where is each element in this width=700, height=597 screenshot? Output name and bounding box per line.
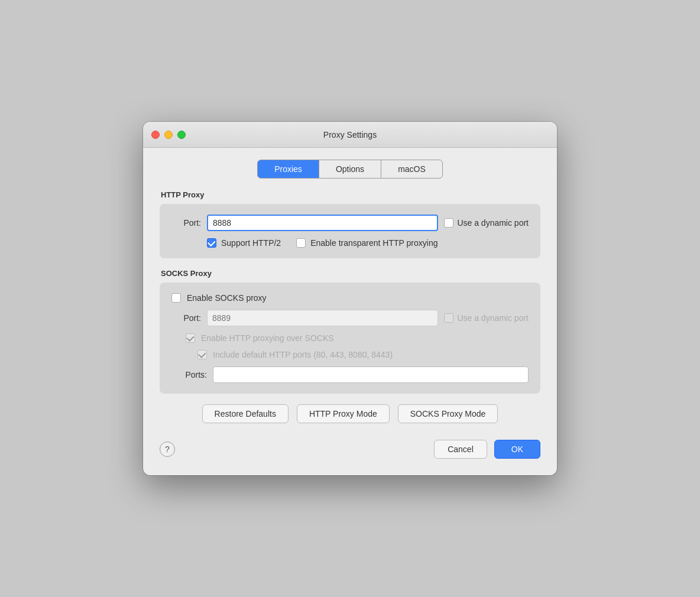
http-port-input[interactable] — [207, 215, 438, 231]
http-over-socks-label: Enable HTTP proxying over SOCKS — [201, 333, 334, 343]
support-http2-checkbox[interactable] — [207, 238, 216, 248]
window-title: Proxy Settings — [323, 130, 377, 139]
http-over-socks-checkbox[interactable] — [186, 333, 195, 343]
tab-options[interactable]: Options — [319, 160, 381, 178]
traffic-lights — [151, 131, 186, 139]
proxy-settings-window: Proxy Settings Proxies Options macOS HTT… — [143, 122, 557, 475]
tab-group: Proxies Options macOS — [257, 160, 443, 179]
http-proxy-section-label: HTTP Proxy — [160, 190, 540, 199]
socks-port-row: Port: Use a dynamic port — [171, 310, 529, 326]
minimize-button[interactable] — [164, 131, 173, 139]
include-default-ports-label: Include default HTTP ports (80, 443, 808… — [213, 350, 393, 359]
include-default-ports-row: Include default HTTP ports (80, 443, 808… — [171, 350, 529, 359]
socks-dynamic-port-container: Use a dynamic port — [444, 313, 529, 323]
socks-ports-input[interactable] — [213, 366, 529, 383]
help-button[interactable]: ? — [160, 442, 175, 457]
socks-ports-row: Ports: — [171, 366, 529, 383]
main-content: Proxies Options macOS HTTP Proxy Port: U… — [143, 148, 557, 475]
http-proxy-mode-button[interactable]: HTTP Proxy Mode — [297, 404, 390, 423]
http-proxy-section: Port: Use a dynamic port Support HTTP/2 … — [160, 204, 540, 258]
socks-proxy-section: Enable SOCKS proxy Port: Use a dynamic p… — [160, 283, 540, 394]
transparent-proxy-checkbox[interactable] — [296, 238, 306, 248]
cancel-button[interactable]: Cancel — [434, 440, 487, 459]
socks-port-label: Port: — [171, 313, 201, 323]
http-port-label: Port: — [171, 218, 201, 228]
http-port-row: Port: Use a dynamic port — [171, 215, 529, 231]
enable-socks-label: Enable SOCKS proxy — [187, 293, 267, 303]
include-default-ports-checkbox[interactable] — [197, 350, 207, 359]
transparent-proxy-label: Enable transparent HTTP proxying — [310, 238, 438, 248]
action-buttons: Restore Defaults HTTP Proxy Mode SOCKS P… — [160, 404, 540, 423]
http-checkboxes-row: Support HTTP/2 Enable transparent HTTP p… — [171, 238, 529, 248]
socks-dynamic-port-checkbox[interactable] — [444, 313, 453, 323]
socks-dynamic-port-label: Use a dynamic port — [457, 313, 529, 323]
http-dynamic-port-checkbox[interactable] — [444, 218, 453, 228]
tab-macos[interactable]: macOS — [381, 160, 442, 178]
support-http2-label: Support HTTP/2 — [221, 238, 281, 248]
close-button[interactable] — [151, 131, 160, 139]
http-dynamic-port-container: Use a dynamic port — [444, 218, 529, 228]
footer-right: Cancel OK — [434, 440, 540, 459]
maximize-button[interactable] — [177, 131, 186, 139]
transparent-proxy-row: Enable transparent HTTP proxying — [296, 238, 438, 248]
http-over-socks-row: Enable HTTP proxying over SOCKS — [171, 333, 529, 343]
footer: ? Cancel OK — [160, 435, 540, 459]
http-dynamic-port-label: Use a dynamic port — [457, 218, 529, 228]
socks-proxy-section-label: SOCKS Proxy — [160, 269, 540, 278]
titlebar: Proxy Settings — [143, 122, 557, 148]
socks-port-input[interactable] — [207, 310, 438, 326]
socks-ports-label: Ports: — [171, 370, 207, 379]
ok-button[interactable]: OK — [494, 440, 540, 459]
socks-enable-row: Enable SOCKS proxy — [171, 293, 529, 303]
tabs-container: Proxies Options macOS — [160, 160, 540, 179]
socks-proxy-mode-button[interactable]: SOCKS Proxy Mode — [398, 404, 498, 423]
enable-socks-checkbox[interactable] — [171, 293, 181, 303]
support-http2-row: Support HTTP/2 — [207, 238, 281, 248]
tab-proxies[interactable]: Proxies — [258, 160, 319, 178]
restore-defaults-button[interactable]: Restore Defaults — [202, 404, 289, 423]
